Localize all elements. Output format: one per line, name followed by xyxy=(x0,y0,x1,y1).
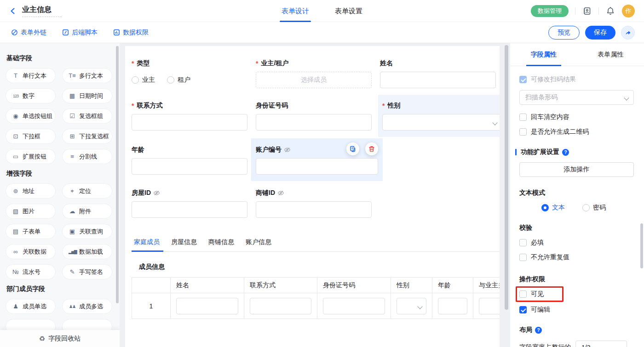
palette-item-subform[interactable]: ▤子表单 xyxy=(6,224,56,239)
palette-item-dropdown-multi[interactable]: ⊞下拉复选框 xyxy=(62,129,112,144)
preview-button[interactable]: 预览 xyxy=(548,26,580,40)
subtab-family-members[interactable]: 家庭成员 xyxy=(134,238,160,251)
palette-item-related-data[interactable]: ∞关联数据 xyxy=(6,244,56,259)
field-id-number[interactable]: 身份证号码 xyxy=(256,102,372,131)
palette-item-signature[interactable]: ✎手写签名 xyxy=(62,264,112,279)
field-recycle-bin[interactable]: ♻ 字段回收站 xyxy=(0,330,120,347)
backend-script-link[interactable]: 后端脚本 xyxy=(62,28,98,37)
canvas-scrollbar[interactable] xyxy=(505,45,508,310)
tab-field-properties[interactable]: 字段属性 xyxy=(510,43,577,66)
back-button[interactable] xyxy=(8,6,17,16)
palette-item-serial-number[interactable]: №流水号 xyxy=(6,264,56,279)
checkbox-checked-icon[interactable] xyxy=(519,306,527,313)
house-id-input[interactable] xyxy=(132,201,247,218)
scan-mode-select[interactable]: 扫描条形码 xyxy=(519,90,634,105)
field-owner-tenant[interactable]: *业主/租户 选择成员 xyxy=(256,60,372,88)
save-button[interactable]: 保存 xyxy=(585,26,615,40)
enter-clear-row[interactable]: 回车清空内容 xyxy=(519,113,634,121)
notification-button[interactable] xyxy=(605,6,615,16)
gender-select[interactable] xyxy=(382,114,500,131)
subtab-shop-info[interactable]: 商铺信息 xyxy=(208,238,234,251)
cell-contact-input[interactable] xyxy=(250,298,311,314)
field-type[interactable]: *类型 业主 租户 xyxy=(132,60,247,88)
palette-item-extend-button[interactable]: ▭扩展按钮 xyxy=(6,149,56,164)
field-contact[interactable]: *联系方式 xyxy=(132,102,247,131)
image-icon: ▧ xyxy=(12,208,19,215)
checkbox-icon[interactable] xyxy=(519,114,527,121)
cell-relation-input[interactable] xyxy=(479,298,500,314)
contact-input[interactable] xyxy=(132,114,247,131)
palette-item-member-multi[interactable]: ♟♟成员多选 xyxy=(62,299,112,314)
radio-owner[interactable]: 业主 xyxy=(132,76,155,84)
palette-item-address[interactable]: ⊚地址 xyxy=(6,183,56,199)
field-house-id[interactable]: 房屋ID xyxy=(132,189,247,218)
data-manage-button[interactable]: 数据管理 xyxy=(531,5,569,17)
palette-item-radio-group[interactable]: ◉单选按钮组 xyxy=(6,108,56,124)
number-icon: 123 xyxy=(12,94,19,98)
palette-item-related-query[interactable]: ▣关联查询 xyxy=(62,224,112,239)
help-icon[interactable]: ? xyxy=(535,327,542,334)
cell-age-input[interactable] xyxy=(438,298,467,314)
field-name[interactable]: 姓名 xyxy=(380,60,496,88)
subtab-house-info[interactable]: 房屋信息 xyxy=(171,238,197,251)
section-title-enhanced-fields: 增强字段 xyxy=(6,170,112,178)
palette-item-dropdown[interactable]: ⊡下拉框 xyxy=(6,129,56,144)
radio-tenant[interactable]: 租户 xyxy=(167,76,190,84)
cell-gender-select[interactable] xyxy=(397,298,426,314)
age-input[interactable] xyxy=(132,158,247,175)
tab-form-properties[interactable]: 表单属性 xyxy=(577,43,644,66)
palette-item-label: 下拉框 xyxy=(23,132,40,141)
palette-item-data-load[interactable]: ▂▅▇数据加载 xyxy=(62,244,112,259)
cell-id-number-input[interactable] xyxy=(323,298,385,314)
scan-result-editable-row[interactable]: 可修改扫码结果 xyxy=(519,75,634,84)
trash-icon xyxy=(368,146,375,152)
palette-item-number[interactable]: 123数字 xyxy=(6,88,56,103)
shop-id-input[interactable] xyxy=(256,201,372,218)
allow-qrcode-row[interactable]: 是否允许生成二维码 xyxy=(519,128,634,136)
palette-item-attachment[interactable]: ☁附件 xyxy=(62,204,112,219)
sidebar-scrollbar[interactable] xyxy=(116,46,119,303)
copy-field-button[interactable] xyxy=(346,142,359,155)
add-action-button[interactable]: 添加操作 xyxy=(519,162,634,177)
palette-item-datetime[interactable]: ▦日期时间 xyxy=(62,88,112,103)
required-row[interactable]: 必填 xyxy=(519,239,634,247)
name-input[interactable] xyxy=(380,72,496,88)
palette-item-member-single[interactable]: ♟成员单选 xyxy=(6,299,56,314)
palette-item-image[interactable]: ▧图片 xyxy=(6,204,56,219)
delete-field-button[interactable] xyxy=(365,142,378,155)
checkbox-icon[interactable] xyxy=(519,254,527,261)
visible-row[interactable]: 可见 xyxy=(519,290,544,298)
account-no-input[interactable] xyxy=(256,158,378,175)
tab-form-settings[interactable]: 表单设置 xyxy=(335,0,362,22)
field-age[interactable]: 年龄 xyxy=(132,146,247,175)
panel-scrollbar[interactable] xyxy=(640,223,643,268)
avatar[interactable]: 作 xyxy=(622,5,635,17)
cell-name-input[interactable] xyxy=(176,298,238,314)
field-account-no-selected[interactable]: 账户编号 xyxy=(251,138,383,181)
id-number-input[interactable] xyxy=(256,114,372,131)
field-gender-selected[interactable]: *性别 xyxy=(378,95,500,137)
editable-row[interactable]: 可编辑 xyxy=(519,306,634,314)
form-external-link[interactable]: 表单外链 xyxy=(11,28,46,37)
text-mode-text-radio[interactable]: 文本 xyxy=(541,204,565,212)
subtab-account-info[interactable]: 账户信息 xyxy=(246,238,271,251)
checkbox-icon[interactable] xyxy=(519,128,527,136)
palette-item-divider[interactable]: ≡分割线 xyxy=(62,149,112,164)
checkbox-icon[interactable] xyxy=(519,239,527,246)
text-mode-password-radio[interactable]: 密码 xyxy=(582,204,606,212)
no-duplicate-row[interactable]: 不允许重复值 xyxy=(519,253,634,262)
help-icon[interactable]: ? xyxy=(562,149,569,156)
share-button[interactable] xyxy=(621,26,635,40)
tab-form-design[interactable]: 表单设计 xyxy=(282,0,309,22)
palette-item-checkbox-group[interactable]: ☑复选框组 xyxy=(62,108,112,124)
palette-item-single-text[interactable]: T单行文本 xyxy=(6,68,56,83)
contact-book-button[interactable] xyxy=(582,6,592,16)
member-picker[interactable]: 选择成员 xyxy=(256,72,372,88)
palette-item-multi-text[interactable]: T≡多行文本 xyxy=(62,68,112,83)
data-permission-link[interactable]: 数据权限 xyxy=(113,28,149,37)
field-width-select[interactable]: 1/3 xyxy=(575,341,627,347)
checkbox-checked-disabled-icon[interactable] xyxy=(519,76,527,83)
checkbox-icon[interactable] xyxy=(519,290,527,298)
field-shop-id[interactable]: 商铺ID xyxy=(256,189,372,218)
palette-item-location[interactable]: ⌖定位 xyxy=(62,183,112,199)
